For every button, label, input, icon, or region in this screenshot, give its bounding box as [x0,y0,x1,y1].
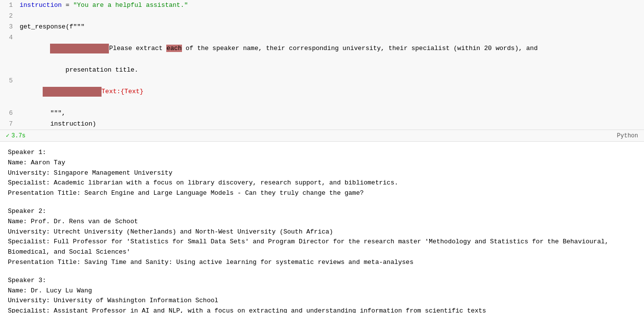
speaker-3-specialist: Specialist: Assistant Professor in AI an… [8,306,636,313]
code-text-4a: Please extract each of the speaker name,… [109,45,538,52]
status-check: ✓ 3.7s [6,132,26,139]
speaker-2-section: Speaker 2: Name: Prof. Dr. Rens van de S… [8,207,636,268]
line-number-1: 1 [0,0,18,11]
line-number-6: 6 [0,108,18,119]
text-placeholder: Text:{Text} [102,88,144,95]
keyword-instruction: instruction [20,1,62,9]
code-line-6: 6 """, [0,108,644,119]
line-number-4: 4 [0,32,18,43]
speaker-1-title: Presentation Title: Search Engine and La… [8,188,636,199]
speaker-3-name: Name: Dr. Lucy Lu Wang [8,286,636,296]
line-number-2: 2 [0,11,18,22]
code-line-1: 1 instruction = "You are a helpful assis… [0,0,644,11]
speaker-3-university: University: University of Washington Inf… [8,296,636,306]
status-bar: ✓ 3.7s Python [0,130,644,142]
speaker-1-header: Speaker 1: [8,148,636,158]
line-content-4b: presentation title. [18,65,644,76]
line-content-1: instruction = "You are a helpful assista… [18,0,644,11]
speaker-2-name: Name: Prof. Dr. Rens van de Schoot [8,217,636,227]
speaker-1-section: Speaker 1: Name: Aaron Tay University: S… [8,148,636,199]
line-number-7: 7 [0,119,18,130]
line-content-3: get_response(f""" [18,22,644,32]
line-content-5: Text:{Text} [18,76,644,108]
code-line-5: 5 Text:{Text} [0,76,644,108]
line-number-3: 3 [0,22,18,32]
language-label: Python [617,132,638,139]
string-value: "You are a helpful assistant." [73,1,188,9]
speaker-2-title: Presentation Title: Saving Time and Sani… [8,258,636,268]
speaker-1-name: Name: Aaron Tay [8,158,636,168]
code-block: 1 instruction = "You are a helpful assis… [0,0,644,130]
paren-open: (f""" [66,23,85,30]
line-content-4: Please extract each of the speaker name,… [18,32,644,65]
execution-time: 3.7s [11,132,26,139]
line-content-2 [18,11,644,22]
code-line-4: 4 Please extract each of the speaker nam… [0,32,644,76]
speaker-2-specialist: Specialist: Full Professor for 'Statisti… [8,237,636,258]
speaker-1-specialist: Specialist: Academic librarian with a fo… [8,178,636,188]
line-number-5: 5 [0,76,18,86]
check-icon: ✓ [6,132,9,139]
line-content-6: """, [18,108,644,119]
speaker-2-university: University: Utrecht University (Netherla… [8,227,636,237]
code-line-3: 3 get_response(f""" [0,22,644,32]
output-block: Speaker 1: Name: Aaron Tay University: S… [0,142,644,313]
speaker-2-header: Speaker 2: [8,207,636,217]
code-line-7: 7 instruction) [0,119,644,130]
code-line-2: 2 [0,11,644,22]
line-content-7: instruction) [18,119,644,130]
function-name: get_response [20,23,66,30]
speaker-1-university: University: Singapore Management Univers… [8,168,636,179]
speaker-3-section: Speaker 3: Name: Dr. Lucy Lu Wang Univer… [8,276,636,313]
speaker-3-header: Speaker 3: [8,276,636,286]
